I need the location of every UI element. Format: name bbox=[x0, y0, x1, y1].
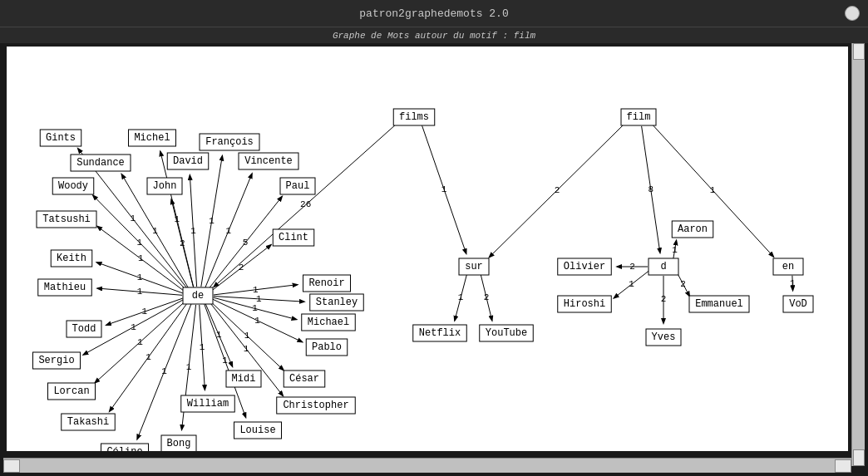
node-Netflix[interactable]: Netflix bbox=[413, 325, 467, 341]
node-label-Olivier: Olivier bbox=[564, 261, 605, 272]
edge-label-de-César: 1 bbox=[244, 331, 250, 341]
node-label-Louise: Louise bbox=[239, 424, 275, 436]
node-label-Paul: Paul bbox=[286, 180, 310, 192]
node-label-Clint: Clint bbox=[279, 232, 308, 243]
scrollbar-right[interactable] bbox=[851, 43, 865, 466]
node-John[interactable]: John bbox=[147, 178, 182, 194]
edge-label-films-de: 26 bbox=[300, 199, 311, 209]
edge-label-de-Sergio: 1 bbox=[131, 322, 136, 332]
node-label-film: film bbox=[627, 111, 651, 123]
node-label-films: films bbox=[399, 111, 429, 123]
node-Clint[interactable]: Clint bbox=[273, 229, 314, 246]
edge-label-de-Paul: 5 bbox=[243, 238, 249, 248]
node-Paul[interactable]: Paul bbox=[280, 178, 315, 194]
edge-label-de-Todd: 1 bbox=[142, 307, 148, 317]
edge-label-film-d: 8 bbox=[648, 184, 653, 194]
node-label-Midi: Midi bbox=[232, 373, 256, 385]
edge-label-de-Mathieu: 1 bbox=[137, 287, 143, 297]
node-Michel[interactable]: Michel bbox=[129, 130, 176, 146]
node-Louise[interactable]: Louise bbox=[234, 422, 282, 439]
node-d[interactable]: d bbox=[649, 258, 678, 275]
edge-label-de-Vincente: 1 bbox=[226, 226, 232, 236]
node-label-David: David bbox=[173, 155, 203, 167]
node-sur[interactable]: sur bbox=[459, 258, 489, 275]
edge-label-d-Olivier: 2 bbox=[629, 262, 635, 272]
node-William[interactable]: William bbox=[181, 395, 235, 412]
node-Renoir[interactable]: Renoir bbox=[303, 275, 351, 292]
node-Mathieu[interactable]: Mathieu bbox=[38, 279, 92, 296]
node-Todd[interactable]: Todd bbox=[67, 321, 101, 337]
node-label-Stanley: Stanley bbox=[316, 297, 358, 308]
node-Woody[interactable]: Woody bbox=[52, 178, 94, 194]
edge-label-d-Hiroshi: 1 bbox=[629, 279, 634, 289]
edge-label-de-Keith: 1 bbox=[137, 272, 143, 282]
node-Emmanuel[interactable]: Emmanuel bbox=[689, 296, 749, 312]
edge-label-film-en: 1 bbox=[710, 185, 716, 195]
node-Aaron[interactable]: Aaron bbox=[672, 221, 713, 238]
node-Midi[interactable]: Midi bbox=[226, 370, 261, 387]
edge-label-de-Clint: 2 bbox=[239, 263, 244, 272]
node-Hiroshi[interactable]: Hiroshi bbox=[558, 296, 612, 312]
edge-label-sur-YouTube: 2 bbox=[484, 292, 490, 302]
node-Céline[interactable]: Céline bbox=[101, 444, 149, 451]
node-label-en: en bbox=[782, 261, 794, 272]
scrollbar-bottom[interactable] bbox=[3, 458, 851, 473]
node-Lorcan[interactable]: Lorcan bbox=[48, 383, 96, 400]
node-label-Sergio: Sergio bbox=[38, 355, 74, 366]
edge-label-sur-Netflix: 1 bbox=[458, 292, 464, 302]
node-Vincente[interactable]: Vincente bbox=[239, 153, 298, 169]
node-label-César: César bbox=[289, 373, 319, 385]
node-Stanley[interactable]: Stanley bbox=[310, 294, 364, 311]
node-Keith[interactable]: Keith bbox=[51, 250, 92, 267]
edge-label-film-sur: 2 bbox=[555, 185, 560, 195]
node-Sergio[interactable]: Sergio bbox=[33, 352, 81, 369]
edge-label-de-Louise: 1 bbox=[222, 356, 228, 366]
close-button[interactable] bbox=[845, 6, 860, 21]
edge-label-de-Bong: 1 bbox=[186, 362, 192, 372]
node-label-Céline: Céline bbox=[106, 446, 142, 451]
graph-canvas: 1268211221122111111112512111111111111111… bbox=[7, 47, 848, 451]
node-label-Takashi: Takashi bbox=[67, 416, 109, 428]
node-Sundance[interactable]: Sundance bbox=[71, 155, 131, 171]
node-film[interactable]: film bbox=[621, 109, 656, 125]
node-Christopher[interactable]: Christopher bbox=[277, 397, 356, 414]
node-en[interactable]: en bbox=[773, 258, 803, 275]
node-label-Christopher: Christopher bbox=[283, 400, 348, 411]
titlebar: patron2graphedemots 2.0 bbox=[0, 0, 868, 27]
node-de[interactable]: de bbox=[183, 287, 213, 304]
node-Takashi[interactable]: Takashi bbox=[62, 414, 116, 430]
edge-label-de-William: 1 bbox=[200, 342, 205, 352]
edge-label-de-Woody: 1 bbox=[136, 238, 142, 248]
node-label-Netflix: Netflix bbox=[419, 327, 461, 339]
edge-label-d-Yves: 2 bbox=[661, 294, 667, 304]
edge-label-de-Takashi: 1 bbox=[145, 352, 151, 362]
node-Gints[interactable]: Gints bbox=[40, 130, 81, 146]
node-VoD[interactable]: VoD bbox=[783, 296, 813, 312]
node-label-Emmanuel: Emmanuel bbox=[695, 298, 743, 310]
node-label-YouTube: YouTube bbox=[486, 327, 527, 339]
edge-label-de-Christopher: 1 bbox=[244, 344, 249, 354]
node-Michael[interactable]: Michael bbox=[302, 314, 356, 331]
node-label-Renoir: Renoir bbox=[308, 277, 344, 289]
edge-label-de-Lorcan: 1 bbox=[137, 337, 143, 347]
node-label-John: John bbox=[153, 180, 177, 192]
node-Yves[interactable]: Yves bbox=[646, 329, 681, 346]
node-label-Yves: Yves bbox=[652, 331, 676, 343]
app-subtitle: Graphe de Mots autour du motif : film bbox=[333, 31, 535, 41]
node-Bong[interactable]: Bong bbox=[161, 435, 196, 451]
node-films[interactable]: films bbox=[393, 109, 435, 125]
node-label-Pablo: Pablo bbox=[312, 341, 342, 353]
node-François[interactable]: François bbox=[200, 134, 259, 150]
node-David[interactable]: David bbox=[167, 153, 209, 169]
node-Olivier[interactable]: Olivier bbox=[558, 258, 612, 275]
node-label-Michael: Michael bbox=[308, 317, 349, 328]
node-Pablo[interactable]: Pablo bbox=[306, 339, 348, 356]
node-label-Todd: Todd bbox=[72, 323, 96, 335]
node-César[interactable]: César bbox=[284, 370, 325, 387]
edge-label-de-Tatsushi: 1 bbox=[138, 253, 144, 263]
node-Tatsushi[interactable]: Tatsushi bbox=[37, 211, 96, 228]
edge-label-d-Aaron: 1 bbox=[672, 245, 678, 255]
node-YouTube[interactable]: YouTube bbox=[480, 325, 534, 341]
node-label-de: de bbox=[192, 290, 204, 302]
edge-label-de-Pablo: 1 bbox=[254, 316, 260, 326]
